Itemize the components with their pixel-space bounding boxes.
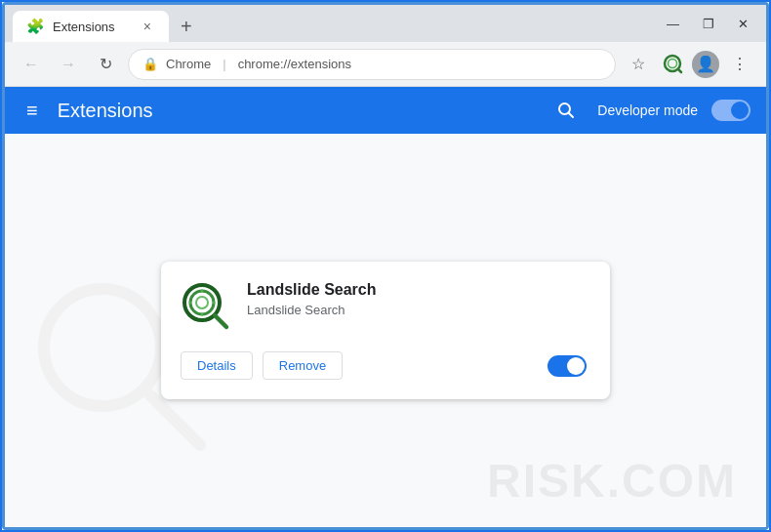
menu-button[interactable]: ⋮ [725,50,754,79]
security-icon: 🔒 [142,57,158,71]
developer-mode-toggle[interactable] [711,100,751,121]
extension-icon-urlbar [659,51,686,78]
profile-icon-symbol: 👤 [696,55,715,73]
extension-info: Landslide Search Landslide Search [247,281,587,317]
reload-button[interactable]: ↻ [91,50,120,79]
profile-avatar[interactable]: 👤 [692,51,719,78]
svg-point-12 [213,302,216,305]
maximize-button[interactable]: ❐ [693,13,724,35]
title-bar: 🧩 Extensions × + — ❐ ✕ [5,5,766,42]
svg-line-10 [215,315,226,327]
svg-line-2 [678,69,681,72]
extension-enable-toggle[interactable] [548,355,587,377]
details-button[interactable]: Details [181,351,253,380]
tab-label: Extensions [53,20,115,34]
svg-point-1 [669,59,677,67]
svg-line-4 [569,113,574,118]
svg-line-6 [146,391,200,445]
tab-close-button[interactable]: × [140,17,155,36]
extension-card-bottom: Details Remove [181,351,587,380]
developer-mode-label: Developer mode [597,102,698,118]
extensions-header: ≡ Extensions Developer mode [5,87,766,134]
address-bar: ← → ↻ 🔒 Chrome | chrome://extensions ☆ 👤… [5,42,766,87]
svg-point-13 [189,302,192,305]
search-button[interactable] [548,93,584,128]
hamburger-button[interactable]: ≡ [20,96,44,126]
extension-name: Landslide Search [247,281,587,299]
tab-strip: 🧩 Extensions × + [13,5,651,42]
watermark-text: RISK.COM [487,454,737,508]
forward-button[interactable]: → [54,50,83,79]
extension-card-top: Landslide Search Landslide Search [181,281,587,332]
close-button[interactable]: ✕ [728,13,758,35]
extension-description: Landslide Search [247,303,587,317]
tab-icon: 🧩 [26,18,45,35]
svg-point-8 [190,291,214,314]
remove-button[interactable]: Remove [263,351,343,380]
back-button[interactable]: ← [17,50,46,79]
minimize-button[interactable]: — [657,13,689,35]
url-bar[interactable]: 🔒 Chrome | chrome://extensions [128,49,616,80]
active-tab[interactable]: 🧩 Extensions × [13,11,169,42]
svg-point-5 [44,289,161,406]
svg-point-11 [201,290,204,293]
new-tab-button[interactable]: + [173,12,200,42]
svg-point-9 [196,297,208,308]
extensions-title: Extensions [58,100,536,122]
browser-window: 🧩 Extensions × + — ❐ ✕ ← → ↻ 🔒 Chrome | … [2,2,769,530]
main-content: RISK.COM [5,134,766,527]
url-separator: | [223,57,225,71]
window-controls: — ❐ ✕ [657,13,758,35]
extension-card: Landslide Search Landslide Search Detail… [161,262,610,399]
svg-point-14 [201,313,204,316]
url-scheme: Chrome [166,57,211,71]
url-path: chrome://extensions [238,57,351,71]
bookmark-button[interactable]: ☆ [624,50,653,79]
url-actions: ☆ 👤 ⋮ [624,50,754,79]
extension-logo [181,281,231,332]
